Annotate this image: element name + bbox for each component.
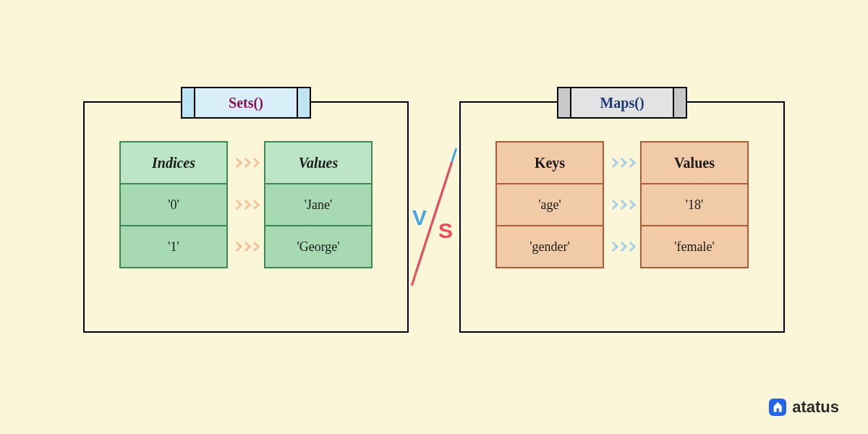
- brand: atatus: [769, 398, 839, 417]
- maps-key-cell: 'age': [495, 183, 604, 226]
- sets-col1-header: Indices: [119, 141, 228, 184]
- tab-side-right: [673, 88, 686, 117]
- sets-key-cell: '1': [119, 225, 228, 268]
- vs-slash-red: [411, 161, 453, 286]
- sets-value-cell: 'Jane': [264, 183, 373, 226]
- maps-key-cell: 'gender': [495, 225, 604, 268]
- diagram-stage: Sets() Indices Values '0' 'Jane' '1' 'Ge…: [0, 0, 868, 434]
- maps-grid: Keys Values 'age' '18' 'gender' 'female': [495, 142, 749, 268]
- maps-panel: Maps() Keys Values 'age' '18' 'gender' '…: [459, 101, 785, 333]
- brand-name: atatus: [792, 398, 839, 417]
- vs-letter-v: V: [412, 205, 427, 230]
- vs-slash-blue: [415, 148, 457, 272]
- maps-col1-header: Keys: [495, 141, 604, 184]
- sets-title: Sets(): [195, 88, 297, 117]
- maps-tab: Maps(): [557, 87, 687, 119]
- maps-col2-header: Values: [640, 141, 749, 184]
- arrow-icon: [228, 225, 264, 268]
- sets-grid: Indices Values '0' 'Jane' '1' 'George': [119, 142, 373, 268]
- maps-value-cell: 'female': [640, 225, 749, 268]
- tab-side-left: [558, 88, 571, 117]
- sets-tab: Sets(): [181, 87, 311, 119]
- arrow-icon: [228, 183, 264, 226]
- sets-panel: Sets() Indices Values '0' 'Jane' '1' 'Ge…: [83, 101, 409, 333]
- arrow-icon: [604, 141, 640, 184]
- sets-value-cell: 'George': [264, 225, 373, 268]
- tab-side-left: [182, 88, 195, 117]
- tab-side-right: [297, 88, 310, 117]
- sets-col2-header: Values: [264, 141, 373, 184]
- maps-value-cell: '18': [640, 183, 749, 226]
- arrow-icon: [604, 183, 640, 226]
- maps-title: Maps(): [571, 88, 673, 117]
- sets-key-cell: '0': [119, 183, 228, 226]
- arrow-icon: [604, 225, 640, 268]
- brand-icon: [769, 399, 786, 416]
- vs-letter-s: S: [438, 218, 453, 243]
- arrow-icon: [228, 141, 264, 184]
